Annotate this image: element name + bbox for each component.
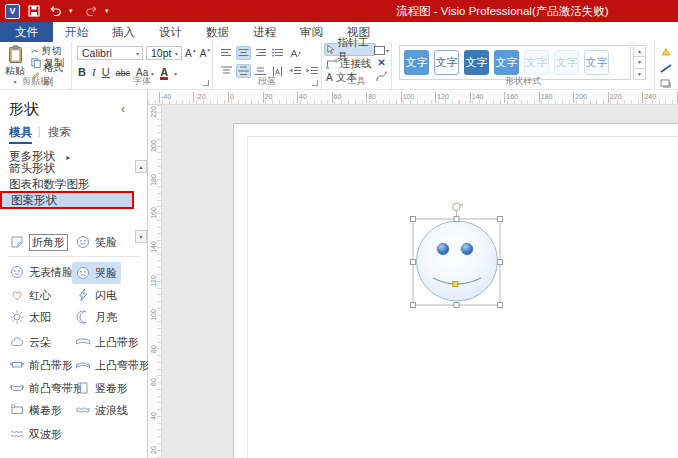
stencil-arrow-shapes[interactable]: 箭头形状 — [0, 161, 134, 176]
connector-tool-label: 连接线 — [340, 57, 372, 71]
smiley-left-eye — [437, 243, 449, 255]
shape-item-curved-ribbon-front[interactable]: 前凸弯带形 — [8, 378, 84, 398]
align-center-icon — [238, 48, 249, 58]
horizontal-scroll-icon — [8, 402, 25, 419]
connection-point-tool-button[interactable]: ✕ — [377, 58, 385, 68]
tab-stencils[interactable]: 模具 — [9, 125, 32, 144]
smiley-face-circle[interactable] — [417, 221, 498, 301]
mouth-control-handle[interactable] — [453, 282, 458, 287]
redo-icon[interactable] — [84, 4, 98, 18]
copy-icon — [31, 58, 41, 68]
shape-item-neutral-face[interactable]: 无表情脸 — [8, 262, 73, 282]
tab-insert[interactable]: 插入 — [100, 22, 147, 42]
pointer-tool-button[interactable]: 指针工具 — [324, 43, 376, 56]
tab-review[interactable]: 审阅 — [288, 22, 335, 42]
grow-font-button[interactable]: A▲ — [185, 48, 197, 59]
paragraph-dialog-launcher-icon[interactable] — [312, 80, 318, 86]
shrink-font-button[interactable]: A▼ — [200, 48, 212, 59]
shape-item-ribbon-front[interactable]: 前凸带形 — [8, 355, 73, 375]
style-swatch-3[interactable]: 文字 — [464, 50, 489, 75]
stencil-pattern-shapes[interactable]: 图案形状 — [0, 191, 134, 209]
shape-item-cloud[interactable]: 云朵 — [8, 332, 51, 352]
tab-home[interactable]: 开始 — [53, 22, 100, 42]
style-swatch-1[interactable]: 文字 — [404, 50, 429, 75]
tab-file[interactable]: 文件 — [0, 22, 53, 42]
cut-button[interactable]: ✂ 剪切 — [31, 46, 71, 56]
vertical-scroll-icon — [74, 380, 91, 397]
fill-icon — [660, 47, 672, 57]
save-icon[interactable] — [27, 4, 41, 18]
clipboard-group-label: 剪贴板 — [0, 75, 71, 88]
shape-item-curved-ribbon-up[interactable]: 上凸弯带形 — [74, 355, 150, 375]
stencil-scroll-down-icon[interactable]: ▼ — [135, 230, 147, 243]
drawing-canvas[interactable] — [162, 105, 678, 458]
folded-corner-icon — [8, 234, 25, 251]
font-family-select[interactable]: Calibri ▾ — [77, 46, 143, 60]
sun-icon — [8, 309, 25, 326]
bullet-list-icon — [272, 48, 283, 58]
selected-smiley-shape[interactable] — [402, 200, 522, 320]
shape-item-heart[interactable]: 红心 — [8, 285, 51, 305]
style-swatch-6[interactable]: 文字 — [554, 50, 579, 75]
fill-button[interactable] — [660, 47, 678, 59]
clipboard-group: 粘贴 ▾ ✂ 剪切 复制 格式刷 剪贴板 — [0, 42, 72, 89]
align-center-button[interactable] — [236, 46, 251, 60]
style-swatch-4[interactable]: 文字 — [494, 50, 519, 75]
cloud-icon — [8, 334, 25, 351]
tools-group-label: 工具 — [322, 75, 391, 88]
stencil-charts-math[interactable]: 图表和数学图形 — [0, 177, 134, 192]
shape-item-ribbon-up[interactable]: 上凸带形 — [74, 332, 139, 352]
align-right-icon — [255, 48, 266, 58]
tab-data[interactable]: 数据 — [194, 22, 241, 42]
shape-styles-group-label: 形状样式 — [392, 75, 654, 88]
paragraph-group-label: 段落 — [213, 75, 321, 88]
bullet-list-button[interactable] — [270, 46, 285, 60]
style-swatch-7[interactable]: 文字 — [584, 50, 609, 75]
smiley-right-eye — [461, 243, 473, 255]
shape-item-double-wave[interactable]: 双波形 — [8, 424, 62, 444]
shape-item-frown-face[interactable]: 哭脸 — [72, 262, 121, 284]
wave-icon — [74, 402, 91, 419]
tools-group: 指针工具 连接线 A 文本 ▾ ✕ 工具 — [322, 42, 392, 89]
visio-logo-icon[interactable]: V — [5, 4, 20, 19]
tab-design[interactable]: 设计 — [147, 22, 194, 42]
tab-process[interactable]: 进程 — [241, 22, 288, 42]
rectangle-tool-button[interactable]: ▾ — [374, 46, 389, 55]
smiley-face-icon — [74, 234, 91, 251]
text-rotate-button[interactable] — [287, 46, 302, 60]
tab-search[interactable]: 搜索 — [48, 125, 71, 140]
align-right-button[interactable] — [253, 46, 268, 60]
quick-access-toolbar: V ▾ ▾ — [5, 0, 113, 22]
shape-item-wave[interactable]: 波浪线 — [74, 400, 128, 420]
rotation-handle[interactable] — [453, 203, 463, 211]
frown-face-icon — [74, 265, 91, 282]
shape-item-smiley-face[interactable]: 笑脸 — [74, 232, 117, 252]
undo-icon[interactable] — [48, 4, 62, 18]
undo-dropdown-icon[interactable]: ▾ — [69, 7, 77, 15]
curved-ribbon-up-icon — [74, 357, 91, 374]
ribbon-up-icon — [74, 334, 91, 351]
stencil-scroll-up-icon[interactable]: ▲ — [135, 160, 147, 173]
connector-tool-button[interactable]: 连接线 — [324, 57, 376, 70]
shape-item-lightning[interactable]: 闪电 — [74, 285, 117, 305]
qat-customize-icon[interactable]: ▾ — [105, 7, 113, 15]
font-size-dropdown-icon: ▾ — [175, 50, 178, 57]
align-left-button[interactable] — [219, 46, 234, 60]
shape-item-sun[interactable]: 太阳 — [8, 307, 51, 327]
shape-item-folded-corner[interactable]: 折角形 — [8, 232, 68, 252]
shape-item-horizontal-scroll[interactable]: 横卷形 — [8, 400, 62, 420]
style-swatch-5[interactable]: 文字 — [524, 50, 549, 75]
line-button[interactable] — [660, 63, 678, 75]
shape-item-moon[interactable]: 月亮 — [74, 307, 117, 327]
font-group: Calibri ▾ 10pt ▾ A▲ A▼ B I U abc Aa ▾ A … — [72, 42, 213, 89]
visio-window: V ▾ ▾ 流程图 - Visio Professional(产品激活失败) 文… — [0, 0, 678, 458]
horizontal-ruler: -40-200204060801001201401601802002202402… — [148, 90, 678, 105]
clipboard-icon — [7, 45, 24, 64]
font-family-dropdown-icon: ▾ — [136, 50, 139, 57]
collapse-panel-icon[interactable]: ‹ — [121, 102, 125, 116]
font-size-select[interactable]: 10pt ▾ — [146, 46, 182, 60]
font-dialog-launcher-icon[interactable] — [203, 80, 209, 86]
shape-item-vertical-scroll[interactable]: 竖卷形 — [74, 378, 128, 398]
style-swatch-2[interactable]: 文字 — [434, 50, 459, 75]
neutral-face-icon — [8, 264, 25, 281]
